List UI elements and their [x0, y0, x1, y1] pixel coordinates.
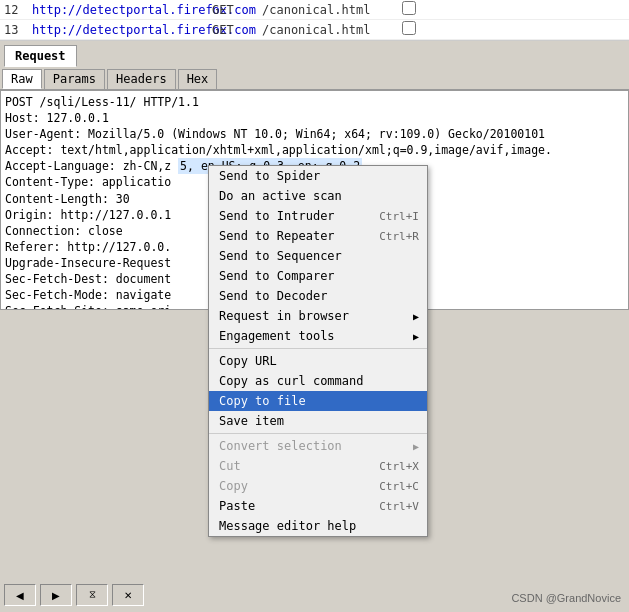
- row-num: 13: [4, 23, 32, 37]
- menu-label: Copy URL: [219, 354, 277, 368]
- sub-tab-hex[interactable]: Hex: [178, 69, 218, 89]
- menu-shortcut: Ctrl+R: [379, 230, 419, 243]
- request-line: User-Agent: Mozilla/5.0 (Windows NT 10.0…: [5, 126, 624, 142]
- request-line: Host: 127.0.0.1: [5, 110, 624, 126]
- sub-tab-bar: Raw Params Headers Hex: [0, 67, 629, 90]
- prev-button[interactable]: ◀: [4, 584, 36, 606]
- menu-label: Send to Spider: [219, 169, 320, 183]
- menu-save-item[interactable]: Save item: [209, 411, 427, 431]
- menu-copy: Copy Ctrl+C: [209, 476, 427, 496]
- menu-label: Message editor help: [219, 519, 356, 533]
- menu-send-to-comparer[interactable]: Send to Comparer: [209, 266, 427, 286]
- menu-separator: [209, 348, 427, 349]
- menu-cut: Cut Ctrl+X: [209, 456, 427, 476]
- menu-label: Send to Decoder: [219, 289, 327, 303]
- menu-label: Engagement tools: [219, 329, 335, 343]
- menu-send-to-spider[interactable]: Send to Spider: [209, 166, 427, 186]
- sub-tab-raw[interactable]: Raw: [2, 69, 42, 89]
- menu-label: Save item: [219, 414, 284, 428]
- menu-convert-selection: Convert selection ▶: [209, 436, 427, 456]
- menu-label: Send to Sequencer: [219, 249, 342, 263]
- row-checkbox[interactable]: [402, 21, 422, 38]
- row-method: GET: [212, 3, 262, 17]
- menu-label: Convert selection: [219, 439, 342, 453]
- menu-send-to-decoder[interactable]: Send to Decoder: [209, 286, 427, 306]
- menu-label: Copy as curl command: [219, 374, 364, 388]
- menu-label: Cut: [219, 459, 241, 473]
- menu-label: Request in browser: [219, 309, 349, 323]
- tab-request[interactable]: Request: [4, 45, 77, 67]
- context-menu: Send to Spider Do an active scan Send to…: [208, 165, 428, 537]
- row-num: 12: [4, 3, 32, 17]
- menu-label: Copy: [219, 479, 248, 493]
- menu-separator: [209, 433, 427, 434]
- menu-copy-to-file[interactable]: Copy to file: [209, 391, 427, 411]
- menu-engagement-tools[interactable]: Engagement tools ▶: [209, 326, 427, 346]
- menu-label: Do an active scan: [219, 189, 342, 203]
- row-path: /canonical.html: [262, 23, 402, 37]
- sub-tab-params[interactable]: Params: [44, 69, 105, 89]
- menu-active-scan[interactable]: Do an active scan: [209, 186, 427, 206]
- table-area: 12 http://detectportal.firefox.com GET /…: [0, 0, 629, 41]
- table-row: 12 http://detectportal.firefox.com GET /…: [0, 0, 629, 20]
- request-line: Accept: text/html,application/xhtml+xml,…: [5, 142, 624, 158]
- next-button[interactable]: ▶: [40, 584, 72, 606]
- menu-paste[interactable]: Paste Ctrl+V: [209, 496, 427, 516]
- menu-shortcut: Ctrl+C: [379, 480, 419, 493]
- row-url: http://detectportal.firefox.com: [32, 23, 212, 37]
- menu-shortcut: Ctrl+X: [379, 460, 419, 473]
- menu-message-editor-help[interactable]: Message editor help: [209, 516, 427, 536]
- submenu-arrow-icon: ▶: [413, 441, 419, 452]
- sub-tab-headers[interactable]: Headers: [107, 69, 176, 89]
- close-button[interactable]: ✕: [112, 584, 144, 606]
- menu-copy-url[interactable]: Copy URL: [209, 351, 427, 371]
- menu-shortcut: Ctrl+I: [379, 210, 419, 223]
- menu-label: Copy to file: [219, 394, 306, 408]
- menu-shortcut: Ctrl+V: [379, 500, 419, 513]
- timer-button[interactable]: ⧖: [76, 584, 108, 606]
- menu-label: Paste: [219, 499, 255, 513]
- menu-label: Send to Repeater: [219, 229, 335, 243]
- menu-send-to-repeater[interactable]: Send to Repeater Ctrl+R: [209, 226, 427, 246]
- bottom-bar: ◀ ▶ ⧖ ✕: [4, 584, 144, 606]
- menu-copy-as-curl[interactable]: Copy as curl command: [209, 371, 427, 391]
- menu-send-to-sequencer[interactable]: Send to Sequencer: [209, 246, 427, 266]
- request-line: POST /sqli/Less-11/ HTTP/1.1: [5, 94, 624, 110]
- menu-request-in-browser[interactable]: Request in browser ▶: [209, 306, 427, 326]
- submenu-arrow-icon: ▶: [413, 331, 419, 342]
- main-tab-bar: Request: [0, 41, 629, 67]
- watermark: CSDN @GrandNovice: [511, 592, 621, 604]
- row-checkbox[interactable]: [402, 1, 422, 18]
- row-method: GET: [212, 23, 262, 37]
- menu-label: Send to Intruder: [219, 209, 335, 223]
- menu-label: Send to Comparer: [219, 269, 335, 283]
- row-url: http://detectportal.firefox.com: [32, 3, 212, 17]
- submenu-arrow-icon: ▶: [413, 311, 419, 322]
- row-path: /canonical.html: [262, 3, 402, 17]
- table-row: 13 http://detectportal.firefox.com GET /…: [0, 20, 629, 40]
- menu-send-to-intruder[interactable]: Send to Intruder Ctrl+I: [209, 206, 427, 226]
